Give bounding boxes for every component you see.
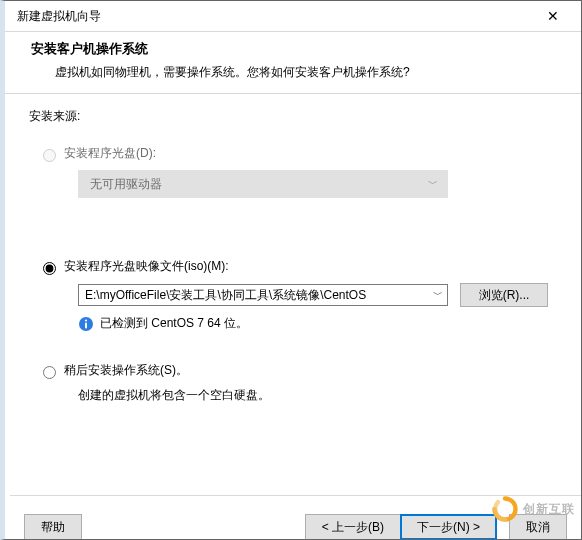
titlebar: 新建虚拟机向导 ✕ xyxy=(5,1,581,32)
option-install-later[interactable]: 稍后安装操作系统(S)。 xyxy=(43,362,563,379)
help-button[interactable]: 帮助 xyxy=(24,514,82,540)
close-icon: ✕ xyxy=(547,8,559,24)
svg-point-1 xyxy=(85,319,87,321)
header-description: 虚拟机如同物理机，需要操作系统。您将如何安装客户机操作系统? xyxy=(55,64,561,81)
option-installer-disc[interactable]: 安装程序光盘(D): xyxy=(43,145,563,162)
option-iso-file[interactable]: 安装程序光盘映像文件(iso)(M): xyxy=(43,258,563,275)
detected-os-row: 已检测到 CentOS 7 64 位。 xyxy=(78,315,563,332)
wizard-footer: 帮助 < 上一步(B) 下一步(N) > 取消 xyxy=(10,495,581,539)
iso-input-row: E:\myOfficeFile\安装工具\协同工具\系统镜像\CentOS ﹀ … xyxy=(78,283,563,307)
wizard-window: 新建虚拟机向导 ✕ 安装客户机操作系统 虚拟机如同物理机，需要操作系统。您将如何… xyxy=(0,0,582,540)
option-iso-file-label: 安装程序光盘映像文件(iso)(M): xyxy=(64,258,229,275)
chevron-down-icon: ﹀ xyxy=(428,177,438,191)
install-options-group: 安装程序光盘(D): 无可用驱动器 ﹀ 安装程序光盘映像文件(iso)(M): … xyxy=(43,145,563,404)
radio-iso-file[interactable] xyxy=(43,262,56,275)
disc-drive-dropdown: 无可用驱动器 ﹀ xyxy=(78,170,448,198)
option-install-later-label: 稍后安装操作系统(S)。 xyxy=(64,362,188,379)
iso-path-value: E:\myOfficeFile\安装工具\协同工具\系统镜像\CentOS xyxy=(85,287,429,304)
wizard-header: 安装客户机操作系统 虚拟机如同物理机，需要操作系统。您将如何安装客户机操作系统? xyxy=(5,32,581,93)
info-icon xyxy=(78,316,94,332)
window-title: 新建虚拟机向导 xyxy=(17,8,101,25)
radio-install-later[interactable] xyxy=(43,366,56,379)
browse-button[interactable]: 浏览(R)... xyxy=(460,283,548,307)
svg-rect-2 xyxy=(85,322,87,328)
detected-os-text: 已检测到 CentOS 7 64 位。 xyxy=(100,315,248,332)
iso-path-combobox[interactable]: E:\myOfficeFile\安装工具\协同工具\系统镜像\CentOS ﹀ xyxy=(78,284,448,306)
chevron-down-icon: ﹀ xyxy=(433,288,443,302)
radio-installer-disc[interactable] xyxy=(43,149,56,162)
install-source-label: 安装来源: xyxy=(29,108,563,125)
option-installer-disc-label: 安装程序光盘(D): xyxy=(64,145,156,162)
install-later-hint: 创建的虚拟机将包含一个空白硬盘。 xyxy=(78,387,563,404)
wizard-body: 安装来源: 安装程序光盘(D): 无可用驱动器 ﹀ 安装程序光盘映像文件(iso… xyxy=(5,94,581,404)
nav-button-group: < 上一步(B) 下一步(N) > xyxy=(305,514,497,539)
next-button[interactable]: 下一步(N) > xyxy=(400,514,497,540)
close-button[interactable]: ✕ xyxy=(533,4,573,28)
cancel-button[interactable]: 取消 xyxy=(509,514,567,540)
back-button[interactable]: < 上一步(B) xyxy=(305,514,401,540)
disc-drive-value: 无可用驱动器 xyxy=(90,176,162,193)
header-title: 安装客户机操作系统 xyxy=(31,40,561,58)
